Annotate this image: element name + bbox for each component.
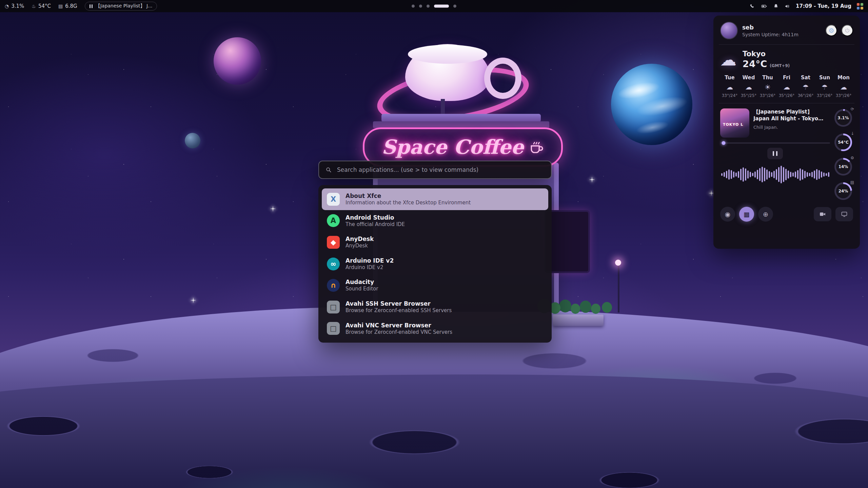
roof-slab-top — [381, 114, 541, 122]
forecast-day-cell: Tue ☁ 33°/24° — [720, 75, 739, 98]
waveform — [720, 163, 830, 186]
playback-progress[interactable] — [720, 142, 830, 144]
workspace-dot[interactable] — [419, 5, 422, 8]
clock[interactable]: 17:09 - Tue, 19 Aug — [796, 3, 851, 9]
forecast-day-cell: Fri ☁ 35°/26° — [777, 75, 796, 98]
stats-icon: ◉ — [725, 210, 731, 218]
topbar-media-widget[interactable]: 【Japanese Playlist】 J... — [85, 2, 157, 11]
app-icon: A — [327, 214, 340, 227]
app-list-item[interactable]: ◆ AnyDesk AnyDesk — [322, 231, 548, 253]
app-name: Audacity — [346, 278, 378, 286]
settings-button[interactable]: ⚙ — [826, 25, 837, 36]
search-input[interactable] — [336, 166, 545, 174]
memory-icon: ▤ — [58, 4, 63, 8]
forecast-day-label: Sat — [796, 75, 815, 81]
divider — [719, 44, 854, 45]
app-launcher: X About Xfce Information about the Xfce … — [318, 161, 552, 343]
app-text: Avahi SSH Server Browser Browse for Zero… — [346, 300, 452, 314]
pause-icon — [90, 4, 93, 8]
app-text: About Xfce Information about the Xfce De… — [346, 192, 471, 206]
phone-icon[interactable] — [749, 3, 755, 9]
user-section: seb System Uptime: 4h11m ⚙ — [720, 22, 853, 39]
forecast-temps: 33°/26° — [815, 93, 834, 98]
topbar-status-area: 17:09 - Tue, 19 Aug — [749, 3, 863, 9]
volume-icon[interactable] — [784, 3, 790, 9]
workspace-dot-active[interactable] — [434, 5, 449, 8]
forecast-weather-icon: ☂ — [815, 84, 834, 90]
weather-city: Tokyo — [743, 50, 790, 58]
app-icon: ∞ — [327, 258, 340, 270]
app-icon: ◆ — [327, 236, 340, 249]
display-button[interactable] — [835, 207, 853, 221]
cpu-icon: ◔ — [5, 4, 9, 8]
coffee-cup-planet — [405, 44, 490, 101]
stats-button[interactable]: ◉ — [720, 207, 735, 222]
gauge-icon: ▤ — [850, 180, 854, 185]
app-name: Avahi VNC Server Browser — [346, 322, 452, 329]
app-list-item[interactable]: ∞ Arduino IDE v2 Arduino IDE v2 — [322, 253, 548, 275]
power-icon — [844, 27, 850, 34]
forecast-weather-icon: ☀ — [758, 84, 777, 90]
workspace-dot[interactable] — [412, 5, 415, 8]
neon-cup-icon — [528, 139, 544, 155]
battery-icon[interactable] — [761, 3, 768, 9]
app-description: Information about the Xfce Desktop Envir… — [346, 200, 471, 206]
launcher-search-bar[interactable] — [318, 161, 552, 179]
weather-cloud-icon: ☁ — [720, 52, 736, 68]
workspace-indicator — [412, 5, 456, 8]
album-art[interactable]: TOKYO L — [720, 108, 749, 138]
forecast-temps: 36°/26° — [796, 93, 815, 98]
forecast-temps: 35°/26° — [777, 93, 796, 98]
shop-steps — [553, 314, 604, 326]
temp-value: 54°C — [38, 3, 51, 9]
progress-dot[interactable] — [722, 141, 725, 145]
gauge-icon: ⟳ — [851, 107, 854, 111]
topbar-media-title: 【Japanese Playlist】 J... — [96, 3, 153, 9]
gauge-ring: 54°C — [834, 134, 852, 151]
forecast-day-label: Sun — [815, 75, 834, 81]
app-description: Browse for Zeroconf-enabled SSH Servers — [346, 307, 452, 314]
forecast-day-cell: Thu ☀ 33°/26° — [758, 75, 777, 98]
forecast-weather-icon: ☁ — [834, 84, 853, 90]
workspace-dot[interactable] — [453, 5, 456, 8]
temp-indicator: ♨ 54°C — [32, 3, 51, 9]
system-uptime: System Uptime: 4h11m — [742, 32, 821, 37]
app-list-item[interactable]: □ Avahi SSH Server Browser Browse for Ze… — [322, 296, 548, 318]
widgets-button[interactable]: ▦ — [739, 207, 754, 222]
cup-handle — [484, 58, 521, 99]
topbar: ◔ 3.1% ♨ 54°C ▤ 6.8G 【Japanese Playlist】… — [0, 0, 868, 12]
user-name: seb — [742, 24, 821, 31]
app-list-item[interactable]: A Android Studio The official Android ID… — [322, 210, 548, 232]
user-avatar[interactable] — [720, 22, 738, 39]
gauge-icon: ⚙ — [850, 156, 854, 160]
notifications-bell-icon[interactable] — [773, 3, 779, 9]
screen-record-button[interactable] — [814, 207, 831, 221]
lamp-post — [618, 265, 619, 312]
gauge-icon: ↓ — [851, 131, 854, 136]
cpu-value: 3.1% — [11, 3, 24, 9]
app-description: Browse for Zeroconf-enabled VNC Servers — [346, 329, 452, 336]
pause-button[interactable] — [767, 148, 783, 159]
app-grid-icon[interactable] — [857, 3, 863, 9]
power-button[interactable] — [842, 25, 853, 36]
divider — [719, 103, 854, 103]
track-title: 【Japanese Playlist】 Japan All Night - To… — [753, 108, 830, 122]
workspace-dot[interactable] — [427, 5, 430, 8]
display-icon — [841, 211, 848, 218]
globe-icon: ⊕ — [763, 210, 768, 218]
forecast-temps: 33°/24° — [720, 93, 739, 98]
forecast-weather-icon: ☁ — [739, 84, 758, 90]
app-list-item[interactable]: ∩ Audacity Sound Editor — [322, 274, 548, 296]
memory-value: 6.8G — [65, 3, 77, 9]
video-camera-icon — [819, 211, 826, 218]
gauge-ring: 24% — [834, 182, 852, 200]
app-list-item[interactable]: X About Xfce Information about the Xfce … — [322, 188, 548, 210]
app-name: About Xfce — [346, 192, 471, 200]
app-list: X About Xfce Information about the Xfce … — [318, 185, 552, 343]
weather-timezone: (GMT+9) — [770, 63, 790, 68]
weather-section: ☁ Tokyo 24°C (GMT+9) — [720, 50, 853, 69]
weather-summary: Tokyo 24°C (GMT+9) — [743, 50, 790, 69]
app-text: Arduino IDE v2 Arduino IDE v2 — [346, 257, 394, 271]
network-button[interactable]: ⊕ — [758, 207, 773, 222]
app-list-item[interactable]: □ Avahi VNC Server Browser Browse for Ze… — [322, 318, 548, 340]
